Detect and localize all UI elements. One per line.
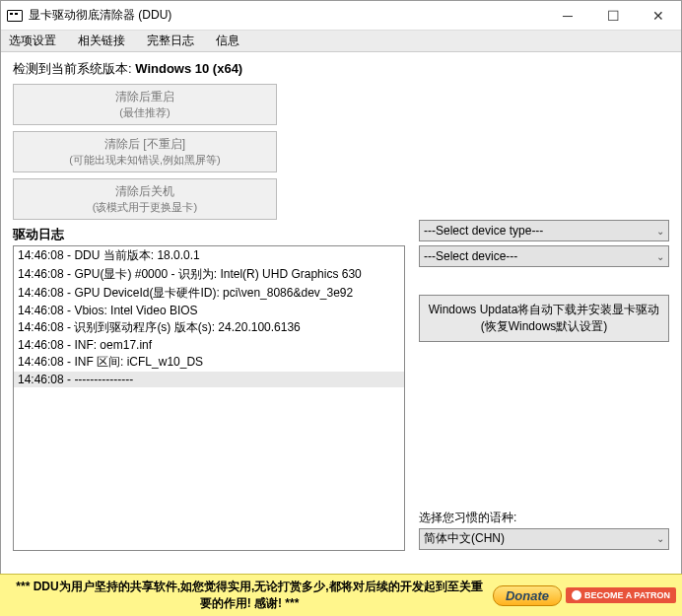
content-area: 检测到当前系统版本: Windows 10 (x64) 清除后重启 (最佳推荐)… — [1, 52, 681, 560]
patron-button[interactable]: BECOME A PATRON — [566, 587, 676, 603]
clean-restart-button[interactable]: 清除后重启 (最佳推荐) — [13, 84, 277, 125]
menu-options[interactable]: 选项设置 — [5, 31, 60, 51]
minimize-button[interactable]: ─ — [545, 1, 590, 31]
clean-shutdown-button[interactable]: 清除后关机 (该模式用于更换显卡) — [13, 178, 277, 220]
system-version-prefix: 检测到当前系统版本: — [13, 61, 135, 76]
device-select[interactable]: ---Select device--- ⌄ — [419, 245, 669, 267]
language-value: 简体中文(CHN) — [424, 530, 505, 547]
device-type-value: ---Select device type--- — [424, 224, 543, 238]
menu-info[interactable]: 信息 — [212, 31, 243, 51]
device-value: ---Select device--- — [424, 249, 517, 263]
clean-shutdown-label: 清除后关机 — [115, 183, 174, 200]
chevron-down-icon: ⌄ — [656, 226, 664, 237]
log-row: 14:46:08 - 识别到驱动程序(s) 版本(s): 24.20.100.6… — [14, 318, 404, 337]
footer: *** DDU为用户坚持的共享软件,如您觉得实用,无论打赏多少,都将对后续的开发… — [0, 574, 682, 616]
patron-label: BECOME A PATRON — [584, 590, 670, 600]
log-box[interactable]: 14:46:08 - DDU 当前版本: 18.0.0.1 14:46:08 -… — [13, 245, 405, 551]
menu-links[interactable]: 相关链接 — [74, 31, 129, 51]
windows-update-line1: Windows Updata将自动下载并安装显卡驱动 — [424, 302, 664, 318]
log-row: 14:46:08 - INF 区间: iCFL_w10_DS — [14, 353, 404, 372]
maximize-button[interactable]: ☐ — [590, 1, 636, 31]
donate-button[interactable]: Donate — [493, 585, 562, 606]
windows-update-button[interactable]: Windows Updata将自动下载并安装显卡驱动 (恢复Windows默认设… — [419, 295, 669, 342]
menu-changelog[interactable]: 完整日志 — [143, 31, 198, 51]
system-version-value: Windows 10 (x64) — [135, 61, 242, 76]
log-row: 14:46:08 - GPU DeviceId(显卡硬件ID): pci\ven… — [14, 284, 404, 303]
log-row: 14:46:08 - GPU(显卡) #0000 - 识别为: Intel(R)… — [14, 265, 404, 284]
clean-shutdown-sub: (该模式用于更换显卡) — [93, 200, 197, 215]
log-row: 14:46:08 - DDU 当前版本: 18.0.0.1 — [14, 246, 404, 265]
app-icon — [7, 10, 23, 22]
titlebar: 显卡驱动彻底清除器 (DDU) ─ ☐ ✕ — [1, 1, 681, 31]
window-title: 显卡驱动彻底清除器 (DDU) — [29, 7, 545, 24]
log-header: 驱动日志 — [13, 226, 405, 243]
clean-norestart-label: 清除后 [不重启] — [104, 136, 185, 153]
clean-norestart-button[interactable]: 清除后 [不重启] (可能出现未知错误,例如黑屏等) — [13, 131, 277, 172]
clean-restart-label: 清除后重启 — [115, 89, 174, 105]
clean-restart-sub: (最佳推荐) — [119, 105, 170, 120]
log-row: 14:46:08 - Vbios: Intel Video BIOS — [14, 303, 404, 318]
chevron-down-icon: ⌄ — [656, 251, 664, 262]
system-version: 检测到当前系统版本: Windows 10 (x64) — [13, 60, 669, 78]
language-label: 选择您习惯的语种: — [419, 510, 669, 526]
menubar: 选项设置 相关链接 完整日志 信息 — [1, 31, 681, 52]
language-select[interactable]: 简体中文(CHN) ⌄ — [419, 528, 669, 550]
patreon-icon — [572, 590, 581, 600]
footer-message: *** DDU为用户坚持的共享软件,如您觉得实用,无论打赏多少,都将对后续的开发… — [6, 579, 493, 612]
log-row: 14:46:08 - INF: oem17.inf — [14, 337, 404, 353]
device-type-select[interactable]: ---Select device type--- ⌄ — [419, 220, 669, 241]
windows-update-line2: (恢复Windows默认设置) — [424, 318, 664, 335]
clean-norestart-sub: (可能出现未知错误,例如黑屏等) — [69, 153, 220, 168]
log-row: 14:46:08 - --------------- — [14, 372, 404, 387]
chevron-down-icon: ⌄ — [656, 533, 664, 544]
close-button[interactable]: ✕ — [636, 1, 681, 31]
